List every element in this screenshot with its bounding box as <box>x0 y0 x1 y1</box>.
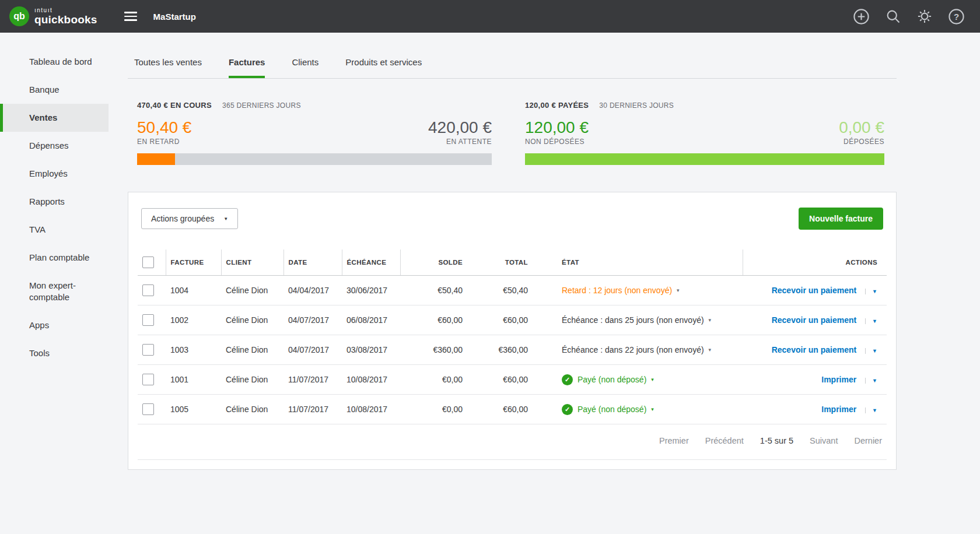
status-dropdown[interactable]: ✓ Payé (non déposé) ▾ <box>562 374 654 385</box>
chevron-down-icon: ▾ <box>651 377 654 382</box>
print-link[interactable]: Imprimer <box>821 375 856 384</box>
receive-payment-link[interactable]: Recevoir un paiement <box>772 315 857 325</box>
select-all-checkbox[interactable] <box>142 257 154 268</box>
chevron-down-icon: ▾ <box>677 287 680 293</box>
action-dropdown-icon[interactable]: ▼ <box>865 378 877 384</box>
unpaid-section: 470,40 € EN COURS 365 DERNIERS JOURS 50,… <box>137 101 492 165</box>
balance: €360,00 <box>400 335 467 365</box>
gear-icon[interactable] <box>916 8 933 24</box>
pagination: Premier Précédent 1-5 sur 5 Suivant Dern… <box>138 424 887 460</box>
column-facture[interactable]: FACTURE <box>166 250 221 276</box>
overdue-amount: 50,40 € <box>137 119 191 136</box>
invoice-date: 04/07/2017 <box>284 335 342 365</box>
sidebar-item-employes[interactable]: Employés <box>0 160 108 188</box>
sidebar-item-mon-expert-comptable[interactable]: Mon expert-comptable <box>0 272 108 311</box>
client-name: Céline Dion <box>221 305 284 335</box>
overdue-bar-segment <box>137 153 175 165</box>
sidebar-item-tableau-de-bord[interactable]: Tableau de bord <box>0 48 108 76</box>
due-date: 03/08/2017 <box>342 335 400 365</box>
pagination-first[interactable]: Premier <box>659 436 689 445</box>
print-link[interactable]: Imprimer <box>821 405 856 414</box>
table-row: 1003 Céline Dion 04/07/2017 03/08/2017 €… <box>138 335 887 365</box>
sidebar-item-tools[interactable]: Tools <box>0 339 108 367</box>
sidebar-item-banque[interactable]: Banque <box>0 76 108 104</box>
tab-factures[interactable]: Factures <box>229 50 265 78</box>
invoice-number: 1005 <box>166 395 221 424</box>
due-date: 06/08/2017 <box>342 305 400 335</box>
action-dropdown-icon[interactable]: ▼ <box>865 289 877 294</box>
overdue-label: EN RETARD <box>137 138 191 146</box>
invoice-number: 1002 <box>166 305 221 335</box>
action-dropdown-icon[interactable]: ▼ <box>865 318 877 324</box>
hamburger-menu-icon[interactable] <box>122 6 139 27</box>
undeposited-label: NON DÉPOSÉES <box>525 138 589 146</box>
company-name: MaStartup <box>153 12 196 22</box>
status-dropdown[interactable]: Échéance : dans 22 jours (non envoyé) ▾ <box>562 345 711 354</box>
pagination-next[interactable]: Suivant <box>810 436 838 445</box>
open-label: EN ATTENTE <box>428 138 492 146</box>
row-checkbox[interactable] <box>142 403 154 415</box>
balance: €60,00 <box>400 305 467 335</box>
row-checkbox[interactable] <box>142 344 154 356</box>
row-checkbox[interactable] <box>142 314 154 326</box>
sidebar-item-tva[interactable]: TVA <box>0 216 108 244</box>
deposited-amount: 0,00 € <box>839 119 884 136</box>
intuit-wordmark: ıntuıt <box>34 8 97 13</box>
main-content: Toutes les ventes Factures Clients Produ… <box>121 33 980 534</box>
tab-toutes-les-ventes[interactable]: Toutes les ventes <box>134 50 202 78</box>
table-header-row: FACTURE CLIENT DATE ÉCHÉANCE SOLDE TOTAL… <box>138 250 887 276</box>
invoice-date: 11/07/2017 <box>284 395 342 424</box>
client-name: Céline Dion <box>221 335 284 365</box>
receive-payment-link[interactable]: Recevoir un paiement <box>772 286 857 295</box>
row-checkbox[interactable] <box>142 374 154 385</box>
search-icon[interactable] <box>885 8 901 24</box>
action-dropdown-icon[interactable]: ▼ <box>865 348 877 354</box>
help-icon[interactable]: ? <box>948 8 965 25</box>
batch-actions-button[interactable]: Actions groupées ▼ <box>141 208 238 229</box>
status-dropdown[interactable]: Retard : 12 jours (non envoyé) ▾ <box>562 286 680 295</box>
due-date: 30/06/2017 <box>342 276 400 305</box>
balance: €50,40 <box>400 276 467 305</box>
sidebar-item-rapports[interactable]: Rapports <box>0 188 108 216</box>
deposited-label: DÉPOSÉES <box>839 138 884 146</box>
column-total[interactable]: TOTAL <box>467 250 533 276</box>
invoice-date: 04/04/2017 <box>284 276 342 305</box>
sidebar-item-plan-comptable[interactable]: Plan comptable <box>0 244 108 272</box>
table-row: 1001 Céline Dion 11/07/2017 10/08/2017 €… <box>138 365 887 395</box>
money-bar: 470,40 € EN COURS 365 DERNIERS JOURS 50,… <box>137 101 887 165</box>
chevron-down-icon: ▾ <box>651 406 654 412</box>
invoice-date: 11/07/2017 <box>284 365 342 395</box>
invoices-table: FACTURE CLIENT DATE ÉCHÉANCE SOLDE TOTAL… <box>138 250 887 424</box>
total: €60,00 <box>467 305 533 335</box>
status-dropdown[interactable]: Échéance : dans 25 jours (non envoyé) ▾ <box>562 315 711 325</box>
table-row: 1004 Céline Dion 04/04/2017 30/06/2017 €… <box>138 276 887 305</box>
pagination-last[interactable]: Dernier <box>854 436 882 445</box>
chevron-down-icon: ▾ <box>709 347 712 353</box>
table-row: 1005 Céline Dion 11/07/2017 10/08/2017 €… <box>138 395 887 424</box>
column-etat[interactable]: ÉTAT <box>533 250 743 276</box>
tab-clients[interactable]: Clients <box>292 50 318 78</box>
column-solde[interactable]: SOLDE <box>400 250 467 276</box>
quickbooks-wordmark: quickbooks <box>34 14 97 25</box>
invoice-number: 1003 <box>166 335 221 365</box>
open-amount: 420,00 € <box>428 119 492 136</box>
column-date[interactable]: DATE <box>284 250 342 276</box>
sidebar-item-apps[interactable]: Apps <box>0 311 108 339</box>
new-invoice-button[interactable]: Nouvelle facture <box>799 208 883 230</box>
receive-payment-link[interactable]: Recevoir un paiement <box>772 345 857 354</box>
tab-produits-et-services[interactable]: Produits et services <box>345 50 422 78</box>
column-echeance[interactable]: ÉCHÉANCE <box>342 250 400 276</box>
action-dropdown-icon[interactable]: ▼ <box>865 407 877 413</box>
column-actions: ACTIONS <box>743 250 887 276</box>
create-plus-icon[interactable] <box>853 8 870 25</box>
row-checkbox[interactable] <box>142 284 154 296</box>
paid-check-icon: ✓ <box>562 404 573 415</box>
pagination-previous[interactable]: Précédent <box>705 436 744 445</box>
sidebar-item-ventes[interactable]: Ventes <box>0 104 108 132</box>
status-dropdown[interactable]: ✓ Payé (non déposé) ▾ <box>562 404 654 415</box>
qb-monogram-icon: qb <box>9 6 29 26</box>
sidebar-item-depenses[interactable]: Dépenses <box>0 132 108 160</box>
undeposited-amount: 120,00 € <box>525 119 589 136</box>
paid-progress-bar <box>525 153 884 165</box>
column-client[interactable]: CLIENT <box>221 250 284 276</box>
